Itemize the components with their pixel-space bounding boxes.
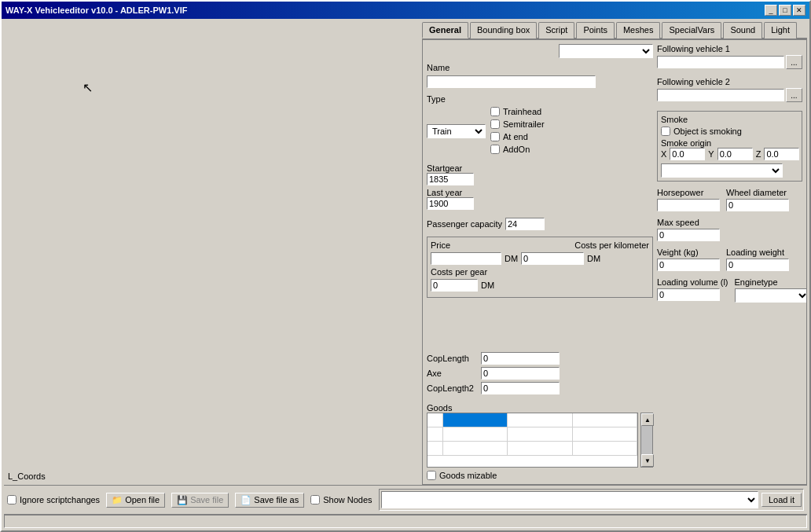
smoke-x-input[interactable]	[670, 148, 705, 160]
costs-per-km-input[interactable]	[521, 252, 584, 265]
tab-light[interactable]: Light	[764, 22, 797, 39]
goods-cell-3b[interactable]	[508, 442, 572, 455]
save-as-label: Save file as	[254, 495, 299, 504]
name-input[interactable]	[427, 75, 596, 88]
ignore-scriptchanges-checkbox[interactable]	[7, 495, 17, 504]
goods-scrollbar: ▲ ▼	[640, 413, 653, 468]
goods-cell-1c[interactable]	[573, 413, 637, 427]
startgear-input[interactable]	[427, 173, 474, 185]
right-panel: General Bounding box Script Points Meshe…	[422, 21, 807, 485]
addon-checkbox[interactable]	[490, 145, 500, 154]
horsepower-input[interactable]	[657, 199, 720, 211]
save-file-button[interactable]: 💾 Save file	[171, 493, 229, 508]
goods-cell-2a[interactable]	[443, 427, 508, 441]
wheel-diameter-input[interactable]	[726, 199, 789, 211]
hp-wheel-row: Horsepower Wheel diameter	[657, 188, 802, 211]
tab-bounding-box[interactable]: Bounding box	[470, 22, 537, 39]
at-end-label: At end	[503, 132, 528, 141]
goods-cell-1b[interactable]	[508, 413, 572, 427]
goods-cell-1a[interactable]	[443, 413, 508, 427]
semitrailer-label: Semitrailer	[503, 119, 545, 129]
load-dropdown[interactable]	[381, 491, 758, 508]
costs-per-gear-input[interactable]	[431, 279, 478, 292]
loading-volume-input[interactable]	[657, 288, 720, 301]
following-v1-button[interactable]: ...	[786, 55, 802, 69]
tab-points[interactable]: Points	[576, 22, 615, 39]
costs-per-km-label: Costs per kilometer	[574, 240, 649, 250]
tab-meshes[interactable]: Meshes	[616, 22, 661, 39]
smoke-dropdown[interactable]	[661, 163, 783, 178]
goods-scroll-down[interactable]: ▼	[641, 454, 654, 467]
smoke-y-input[interactable]	[717, 148, 753, 160]
goods-scroll-track[interactable]	[641, 426, 652, 454]
window-controls: _ □ ✕	[765, 5, 805, 16]
lastgear-input[interactable]	[427, 197, 474, 210]
tabs-bar: General Bounding box Script Points Meshe…	[422, 21, 807, 39]
goods-cell-3a[interactable]	[443, 442, 508, 455]
axe-input[interactable]	[481, 367, 560, 380]
l-coords-label: L_Coords	[8, 471, 46, 481]
smoke-xyz-row: X Y Z	[661, 148, 798, 160]
goods-mizable-checkbox[interactable]	[427, 471, 436, 480]
show-nodes-checkbox[interactable]	[310, 495, 320, 504]
load-button[interactable]: Load it	[761, 493, 802, 507]
coplength2-input[interactable]	[481, 382, 560, 394]
goods-scroll-up[interactable]: ▲	[641, 413, 654, 426]
following-v2-input[interactable]	[657, 89, 784, 101]
open-file-button[interactable]: 📁 Open file	[106, 493, 165, 508]
enginetype-select[interactable]	[735, 288, 807, 303]
smoke-object-label: Object is smoking	[673, 127, 742, 136]
weight-input[interactable]	[657, 259, 720, 271]
name-section	[427, 44, 653, 58]
price-unit: DM	[505, 254, 518, 263]
price-input[interactable]	[431, 252, 501, 265]
price-box: Price Costs per kilometer DM DM	[427, 237, 653, 298]
type-label: Type	[427, 94, 446, 104]
loading-volume-label: Loading volume (l)	[657, 277, 728, 287]
trainhead-checkbox[interactable]	[490, 107, 500, 116]
ignore-row: Ignore scriptchanges	[7, 495, 100, 504]
type-section: Type	[427, 94, 653, 104]
minimize-button[interactable]: _	[765, 5, 777, 16]
type-select[interactable]: Train Car Truck Bus	[427, 124, 486, 138]
at-end-checkbox[interactable]	[490, 132, 500, 141]
tab-content: Name Type Train	[422, 39, 807, 485]
semitrailer-checkbox[interactable]	[490, 119, 500, 129]
goods-row-3	[428, 442, 637, 456]
costs-per-km-unit: DM	[587, 254, 600, 263]
following-v1-input[interactable]	[657, 56, 784, 68]
smoke-checkbox[interactable]	[661, 127, 670, 136]
goods-check-1	[428, 413, 443, 427]
startgear-label: Startgear	[427, 163, 653, 173]
smoke-group: Smoke Object is smoking Smoke origin X Y	[657, 111, 802, 182]
max-speed-input[interactable]	[657, 229, 720, 241]
close-button[interactable]: ✕	[793, 5, 805, 16]
save-icon: 💾	[177, 495, 188, 505]
status-segment-1	[4, 515, 807, 528]
goods-cell-2b[interactable]	[508, 427, 572, 441]
maximize-button[interactable]: □	[779, 5, 791, 16]
goods-cell-3c[interactable]	[573, 442, 637, 455]
semitrailer-row: Semitrailer	[490, 119, 545, 129]
folder-icon: 📁	[112, 495, 123, 505]
goods-cell-2c[interactable]	[573, 427, 637, 441]
following-v2-row: ...	[657, 88, 802, 102]
show-nodes-label: Show Nodes	[323, 495, 372, 504]
gear-section: Startgear Last year	[427, 163, 653, 210]
tab-general[interactable]: General	[422, 22, 468, 39]
trainhead-label: Trainhead	[503, 107, 541, 116]
tab-specialvars[interactable]: SpecialVars	[662, 22, 721, 39]
tab-sound[interactable]: Sound	[723, 22, 762, 39]
save-file-label: Save file	[190, 495, 223, 504]
passenger-input[interactable]	[505, 218, 545, 230]
smoke-z-input[interactable]	[764, 148, 799, 160]
axe-label: Axe	[427, 369, 478, 378]
name-dropdown[interactable]	[559, 44, 653, 58]
following-v2-section: Following vehicle 2 ...	[657, 77, 802, 105]
loading-weight-input[interactable]	[726, 259, 789, 271]
window-title: WAY-X Vehicleeditor v10.0 - ADLER-PW1.VI…	[6, 6, 187, 15]
save-file-as-button[interactable]: 📄 Save file as	[235, 493, 304, 508]
tab-script[interactable]: Script	[538, 22, 574, 39]
coplength-input[interactable]	[481, 352, 560, 365]
following-v2-button[interactable]: ...	[786, 88, 802, 102]
